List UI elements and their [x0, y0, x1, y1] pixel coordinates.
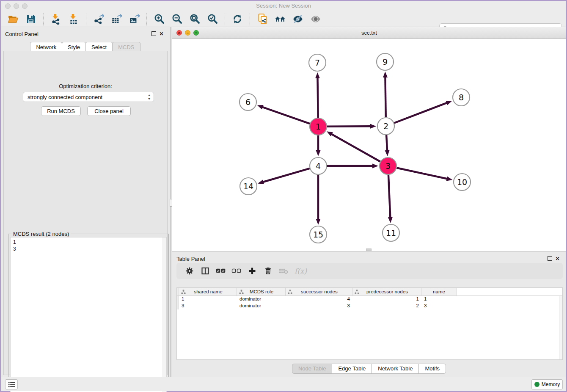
table-panel: Table Panel ✕ f(x): [172, 251, 566, 378]
cell-successor-nodes[interactable]: 4: [286, 296, 352, 303]
table-scrollbar[interactable]: [559, 296, 562, 359]
graph-node-2[interactable]: 2: [377, 118, 394, 135]
cell-name[interactable]: 1: [421, 296, 457, 303]
hide-selected-icon[interactable]: [292, 13, 304, 25]
delete-column-icon[interactable]: [261, 265, 274, 277]
graph-node-6[interactable]: 6: [239, 94, 256, 110]
graph-node-9[interactable]: 9: [377, 53, 394, 70]
mcds-panel: Optimization criterion: strongly connect…: [3, 51, 168, 375]
column-header-successor-nodes[interactable]: successor nodes: [286, 288, 352, 295]
network-canvas[interactable]: 7968124314101511: [172, 39, 566, 251]
canvas-scroll-grip[interactable]: [366, 248, 372, 251]
delete-table-icon[interactable]: [277, 265, 290, 277]
table-tabs: Node TableEdge TableNetwork TableMotifs: [172, 364, 566, 374]
zoom-in-icon[interactable]: [153, 13, 165, 25]
graph-edge-3-10[interactable]: [397, 168, 448, 179]
status-bar: Memory: [1, 377, 566, 391]
cell-mcds-role[interactable]: dominator: [237, 296, 286, 303]
node-table[interactable]: shared name MCDS role successor nodes pr…: [176, 287, 563, 360]
refresh-icon[interactable]: [231, 13, 244, 25]
cell-mcds-role[interactable]: dominator: [237, 303, 286, 309]
export-table-icon[interactable]: [110, 13, 123, 25]
edge-arrowhead-icon: [315, 72, 320, 78]
graph-edge-1-2[interactable]: [327, 126, 372, 127]
graph-edge-2-9[interactable]: [385, 76, 385, 117]
network-window-titlebar[interactable]: ✕ − + scc.txt: [172, 27, 566, 39]
tab-network-table[interactable]: Network Table: [372, 364, 419, 374]
column-header-name[interactable]: name: [421, 288, 457, 295]
column-header-mcds-role[interactable]: MCDS role: [237, 288, 286, 295]
criterion-select[interactable]: strongly connected component ▲▼: [23, 92, 154, 102]
cell-successor-nodes[interactable]: 3: [286, 303, 352, 309]
add-column-icon[interactable]: [246, 265, 259, 277]
graph-node-3[interactable]: 3: [380, 157, 396, 174]
graph-edge-1-7[interactable]: [317, 77, 318, 118]
cell-shared-name[interactable]: 1: [179, 296, 237, 303]
export-image-icon[interactable]: [128, 13, 140, 25]
graph-node-8[interactable]: 8: [453, 89, 470, 106]
edge-arrowhead-icon: [385, 150, 390, 156]
network-view-title: scc.txt: [172, 30, 566, 36]
network-file-icon[interactable]: [256, 13, 269, 25]
edge-arrowhead-icon: [316, 150, 321, 156]
zoom-fit-icon[interactable]: [188, 13, 201, 25]
column-header-shared-name[interactable]: shared name: [179, 288, 237, 295]
graph-edge-2-8[interactable]: [394, 102, 448, 123]
cell-predecessor-nodes[interactable]: 2: [352, 303, 421, 309]
svg-text:6: 6: [245, 97, 250, 107]
zoom-selected-icon[interactable]: [206, 13, 219, 25]
graph-edge-4-14[interactable]: [262, 168, 310, 182]
tab-edge-table[interactable]: Edge Table: [332, 364, 372, 374]
graph-node-7[interactable]: 7: [309, 54, 326, 71]
shared-column-icon: [181, 290, 186, 294]
result-scrollbar[interactable]: [162, 237, 166, 392]
cell-predecessor-nodes[interactable]: 1: [352, 296, 421, 303]
table-row[interactable]: 3 dominator 3 2 3: [177, 303, 562, 309]
export-network-icon[interactable]: [92, 13, 105, 25]
graph-edge-3-1[interactable]: [331, 134, 380, 162]
home-layout-icon[interactable]: [274, 13, 286, 25]
memory-label: Memory: [542, 381, 560, 387]
graph-node-14[interactable]: 14: [240, 178, 257, 195]
import-table-icon[interactable]: [67, 13, 80, 25]
graph-edge-3-11[interactable]: [388, 175, 391, 218]
edge-arrowhead-icon: [383, 72, 388, 77]
graph-node-1[interactable]: 1: [310, 118, 327, 135]
close-table-panel-icon[interactable]: ✕: [555, 256, 560, 262]
graph-edge-1-6[interactable]: [261, 107, 310, 124]
graph-node-10[interactable]: 10: [454, 174, 471, 190]
zoom-out-icon[interactable]: [171, 13, 183, 25]
cell-name[interactable]: 3: [421, 303, 457, 309]
show-all-icon[interactable]: [309, 13, 322, 25]
select-all-icon[interactable]: [215, 265, 227, 277]
tab-node-table[interactable]: Node Table: [292, 364, 333, 374]
graph-node-11[interactable]: 11: [383, 224, 399, 241]
graph-node-4[interactable]: 4: [310, 157, 327, 174]
graph-edge-2-3[interactable]: [386, 135, 387, 152]
chevron-updown-icon: ▲▼: [148, 93, 151, 101]
edge-arrowhead-icon: [370, 124, 376, 129]
cell-shared-name[interactable]: 3: [179, 303, 237, 309]
mcds-result-text[interactable]: 1 3: [10, 237, 167, 392]
edge-arrowhead-icon: [327, 131, 333, 136]
float-table-panel-icon[interactable]: [548, 256, 552, 261]
save-session-icon[interactable]: [25, 13, 37, 25]
tab-motifs[interactable]: Motifs: [418, 364, 446, 374]
deselect-all-icon[interactable]: [230, 265, 243, 277]
run-mcds-button[interactable]: Run MCDS: [41, 106, 81, 116]
float-panel-icon[interactable]: [151, 31, 156, 36]
table-row[interactable]: 1 dominator 4 1 1: [177, 296, 562, 303]
close-panel-icon[interactable]: ✕: [159, 31, 164, 37]
memory-button[interactable]: Memory: [531, 379, 563, 389]
open-file-icon[interactable]: [7, 13, 19, 25]
gear-icon[interactable]: [183, 265, 196, 277]
column-layout-icon[interactable]: [199, 265, 212, 277]
svg-text:2: 2: [383, 121, 388, 131]
import-network-icon[interactable]: [50, 13, 62, 25]
edge-arrowhead-icon: [446, 101, 452, 105]
function-builder-icon[interactable]: f(x): [295, 267, 307, 275]
column-header-predecessor-nodes[interactable]: predecessor nodes: [352, 288, 421, 295]
graph-node-15[interactable]: 15: [310, 226, 327, 243]
close-panel-button[interactable]: Close panel: [87, 106, 131, 116]
task-history-button[interactable]: [5, 379, 18, 389]
